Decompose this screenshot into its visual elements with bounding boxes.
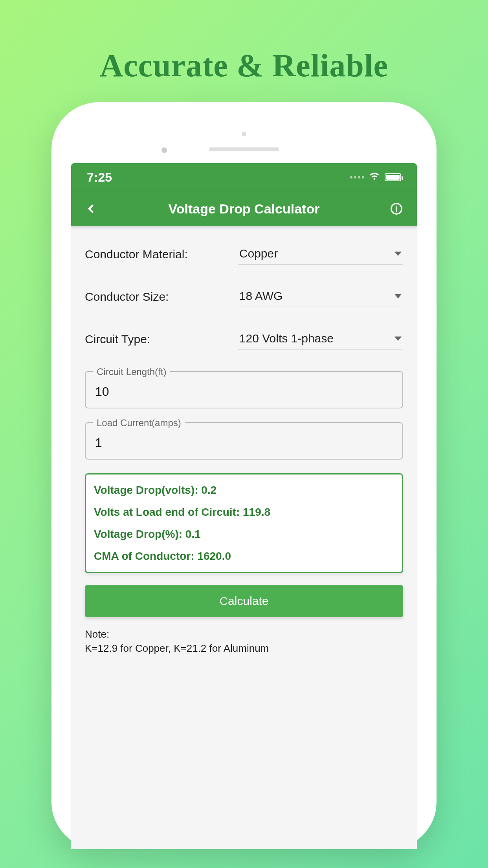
circuit-length-input[interactable] — [95, 384, 393, 399]
status-time: 7:25 — [87, 170, 112, 185]
conductor-size-row: Conductor Size: 18 AWG — [85, 286, 403, 307]
conductor-size-value: 18 AWG — [239, 289, 283, 303]
results-box: Voltage Drop(volts): 0.2 Volts at Load e… — [85, 473, 403, 573]
form-content: Conductor Material: Copper Conductor Siz… — [71, 226, 417, 664]
phone-frame: 7:25 Voltage Drop Calculator — [51, 102, 437, 849]
load-current-legend: Load Current(amps) — [93, 417, 185, 428]
note-text: Note: K=12.9 for Copper, K=21.2 for Alum… — [85, 627, 403, 656]
status-bar: 7:25 — [71, 163, 417, 191]
circuit-type-dropdown[interactable]: 120 Volts 1-phase — [238, 329, 403, 349]
result-volts-load-end: Volts at Load end of Circuit: 119.8 — [94, 506, 394, 519]
phone-speaker — [209, 147, 279, 151]
chevron-left-icon — [86, 203, 97, 214]
back-button[interactable] — [83, 200, 100, 217]
load-current-input[interactable] — [95, 436, 393, 450]
conductor-material-row: Conductor Material: Copper — [85, 244, 403, 265]
load-current-field[interactable]: Load Current(amps) — [85, 422, 403, 460]
chevron-down-icon — [394, 337, 402, 341]
result-voltage-drop: Voltage Drop(volts): 0.2 — [94, 484, 394, 497]
hero-title: Accurate & Reliable — [0, 0, 488, 84]
svg-point-2 — [396, 206, 397, 207]
result-voltage-drop-percent: Voltage Drop(%): 0.1 — [94, 528, 394, 541]
battery-icon — [385, 173, 401, 181]
app-title: Voltage Drop Calculator — [169, 201, 320, 217]
circuit-type-row: Circuit Type: 120 Volts 1-phase — [85, 329, 403, 349]
chevron-down-icon — [394, 294, 402, 298]
note-line2: K=12.9 for Copper, K=21.2 for Aluminum — [85, 641, 403, 655]
app-screen: 7:25 Voltage Drop Calculator — [71, 163, 417, 849]
circuit-length-field[interactable]: Circuit Length(ft) — [85, 371, 403, 408]
calculate-button[interactable]: Calculate — [85, 585, 403, 617]
phone-front-camera — [161, 147, 167, 153]
info-button[interactable] — [388, 200, 405, 217]
signal-dots-icon — [350, 176, 364, 178]
info-icon — [390, 202, 403, 215]
circuit-type-label: Circuit Type: — [85, 333, 238, 346]
conductor-size-dropdown[interactable]: 18 AWG — [238, 286, 403, 307]
chevron-down-icon — [394, 252, 402, 256]
app-bar: Voltage Drop Calculator — [71, 191, 417, 226]
status-icons — [350, 170, 401, 185]
result-cma: CMA of Conductor: 1620.0 — [94, 550, 394, 563]
phone-camera-dot — [242, 132, 246, 136]
conductor-material-dropdown[interactable]: Copper — [238, 244, 403, 265]
conductor-material-value: Copper — [239, 247, 278, 260]
circuit-type-value: 120 Volts 1-phase — [239, 332, 334, 345]
wifi-icon — [369, 170, 380, 185]
conductor-size-label: Conductor Size: — [85, 290, 238, 303]
circuit-length-legend: Circuit Length(ft) — [93, 366, 170, 377]
note-line1: Note: — [85, 627, 403, 641]
conductor-material-label: Conductor Material: — [85, 248, 238, 261]
